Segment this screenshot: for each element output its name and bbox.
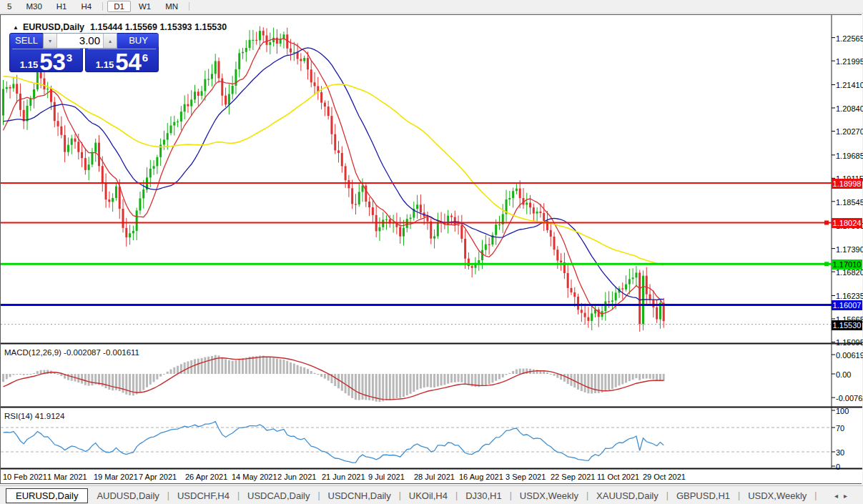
macd-histogram-bar bbox=[567, 374, 569, 384]
timeframe-button-h4[interactable]: H4 bbox=[74, 1, 98, 12]
chart-tab-gbpusd-9[interactable]: GBPUSD,H1 bbox=[672, 489, 734, 503]
candle-body bbox=[272, 38, 275, 42]
candle-body bbox=[471, 266, 473, 268]
macd-histogram-bar bbox=[334, 374, 336, 386]
candle-body bbox=[269, 42, 271, 45]
candle-body bbox=[478, 260, 480, 263]
chart-tab-usdx-10[interactable]: USDX,Weekly bbox=[744, 489, 811, 503]
buy-button[interactable]: BUY bbox=[118, 34, 159, 48]
chart-tab-xauusd-8[interactable]: XAUUSD,Daily bbox=[592, 489, 663, 503]
macd-histogram-bar bbox=[286, 361, 288, 374]
macd-histogram-bar bbox=[652, 374, 654, 380]
timeframe-button-mn[interactable]: MN bbox=[159, 1, 184, 12]
sell-button[interactable]: SELL bbox=[10, 34, 43, 48]
chart-tab-usdcnh-4[interactable]: USDCNH,Daily bbox=[324, 489, 395, 503]
chart-tab-usdx-7[interactable]: USDX,Weekly bbox=[516, 489, 583, 503]
candle-body bbox=[529, 202, 531, 207]
date-axis-label: 22 Sep 2021 bbox=[551, 473, 595, 481]
macd-histogram-bar bbox=[488, 374, 490, 384]
bid-quote[interactable]: 1.15 53 3 bbox=[10, 51, 82, 73]
macd-histogram-bar bbox=[252, 356, 254, 374]
macd-histogram-bar bbox=[656, 374, 658, 380]
macd-histogram-bar bbox=[512, 371, 514, 374]
macd-histogram-bar bbox=[184, 362, 186, 374]
chart-tab-usdchf-2[interactable]: USDCHF,H4 bbox=[173, 489, 234, 503]
macd-histogram-bar bbox=[498, 374, 500, 380]
chart-tab-usdcad-3[interactable]: USDCAD,Daily bbox=[243, 489, 314, 503]
macd-histogram-bar bbox=[310, 371, 312, 374]
one-click-trading-panel: 1.15 53 3 1.15 54 6 SELL BUY ▾ 3.00 ▴ bbox=[9, 33, 159, 72]
candle-body bbox=[201, 91, 203, 96]
collapse-icon[interactable]: ▲ bbox=[13, 24, 19, 31]
candle-body bbox=[345, 166, 347, 180]
candle-body bbox=[105, 183, 107, 199]
candle-body bbox=[112, 198, 114, 202]
macd-histogram-bar bbox=[242, 358, 244, 374]
candle-body bbox=[108, 199, 110, 202]
macd-histogram-bar bbox=[314, 373, 316, 374]
volume-spinner: ▾ 3.00 ▴ bbox=[43, 33, 117, 49]
candle-body bbox=[426, 217, 428, 221]
ask-sup: 6 bbox=[142, 51, 148, 64]
macd-histogram-bar bbox=[136, 374, 138, 395]
ohlc-values: 1.15444 1.15569 1.15393 1.15530 bbox=[90, 22, 227, 32]
macd-histogram-bar bbox=[604, 374, 606, 391]
timeframe-button-d1[interactable]: D1 bbox=[107, 1, 131, 12]
volume-increase-icon[interactable]: ▴ bbox=[103, 34, 117, 48]
macd-histogram-bar bbox=[297, 365, 299, 374]
candle-body bbox=[276, 38, 278, 44]
candle-body bbox=[608, 301, 610, 302]
volume-decrease-icon[interactable]: ▾ bbox=[44, 34, 57, 48]
chart-canvas[interactable] bbox=[1, 15, 862, 483]
macd-histogram-bar bbox=[413, 374, 415, 392]
macd-histogram-bar bbox=[458, 374, 460, 382]
price-axis-label: 1.21995 bbox=[836, 57, 863, 66]
bid-big: 53 bbox=[39, 52, 66, 72]
macd-histogram-bar bbox=[266, 357, 268, 374]
date-axis-label: 11 Oct 2021 bbox=[597, 473, 639, 481]
timeframe-button-w1[interactable]: W1 bbox=[132, 1, 157, 12]
chart-tab-audusd-1[interactable]: AUDUSD,Daily bbox=[92, 489, 163, 503]
hline-handle[interactable] bbox=[824, 262, 829, 266]
hline-handle[interactable] bbox=[824, 220, 829, 224]
macd-histogram-bar bbox=[12, 374, 14, 375]
macd-histogram-bar bbox=[46, 370, 49, 374]
macd-histogram-bar bbox=[307, 369, 309, 374]
volume-input[interactable]: 3.00 bbox=[57, 34, 103, 48]
macd-histogram-bar bbox=[495, 374, 497, 381]
macd-histogram-bar bbox=[355, 374, 357, 400]
candle-body bbox=[204, 79, 206, 92]
macd-histogram-bar bbox=[385, 374, 388, 400]
candle-body bbox=[635, 272, 637, 277]
ask-quote[interactable]: 1.15 54 6 bbox=[86, 51, 158, 73]
candle-body bbox=[485, 244, 487, 250]
macd-histogram-bar bbox=[221, 357, 223, 374]
candle-body bbox=[163, 139, 165, 144]
date-axis-label: 19 Mar 2021 bbox=[94, 473, 138, 481]
tab-scroll-arrows[interactable]: ◂▸ bbox=[834, 492, 853, 500]
timeframe-button-m30[interactable]: M30 bbox=[19, 1, 48, 12]
macd-axis-label: 0.00 bbox=[836, 370, 863, 379]
macd-histogram-bar bbox=[194, 359, 196, 374]
chart-tab-ukoil-5[interactable]: UKOil,H4 bbox=[405, 489, 452, 503]
candle-body bbox=[378, 227, 380, 231]
toolbar-separator bbox=[102, 2, 103, 11]
macd-histogram-bar bbox=[581, 374, 583, 391]
candle-body bbox=[293, 52, 295, 53]
candle-body bbox=[149, 169, 152, 177]
candle-body bbox=[330, 116, 332, 134]
timeframe-button-5[interactable]: 5 bbox=[1, 1, 18, 12]
chart-tab-dj30-6[interactable]: DJ30,H1 bbox=[461, 489, 506, 503]
tab-separator: | bbox=[455, 490, 458, 500]
timeframe-button-h1[interactable]: H1 bbox=[50, 1, 74, 12]
candle-body bbox=[88, 164, 90, 170]
candle-body bbox=[573, 292, 576, 297]
macd-histogram-bar bbox=[546, 372, 548, 374]
macd-histogram-bar bbox=[29, 374, 31, 375]
macd-histogram-bar bbox=[214, 355, 217, 374]
candle-body bbox=[225, 96, 227, 105]
chart-tab-eurusd-0[interactable]: EURUSD,Daily bbox=[6, 488, 88, 503]
price-axis-label: 1.17390 bbox=[836, 245, 863, 254]
macd-axis-label: 0.006193 bbox=[836, 351, 863, 360]
macd-histogram-bar bbox=[502, 374, 504, 377]
